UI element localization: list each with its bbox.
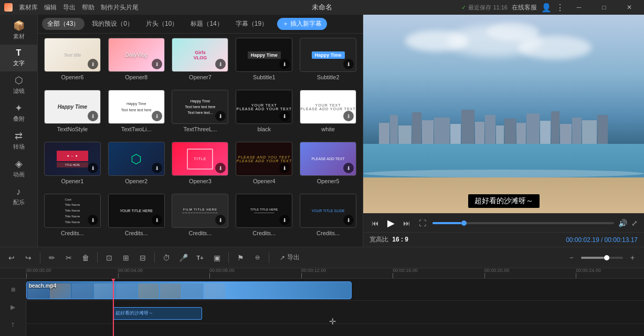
template-credits4[interactable]: TITLE TITLE HERE───────── ⬇ Credits... xyxy=(234,194,294,243)
template-opener3[interactable]: TITLE ⬇ Opener3 xyxy=(170,142,231,191)
sidebar-item-transition[interactable]: ⇄ 转场 xyxy=(0,127,37,155)
template-thumb-credits3[interactable]: FILM TITLE HERE───────────── ⬇ xyxy=(172,194,228,228)
close-button[interactable]: ✕ xyxy=(619,0,640,15)
sidebar-item-music[interactable]: ♪ 配乐 xyxy=(0,183,37,211)
track-icon-main[interactable]: ▶ xyxy=(1,299,25,316)
download-icon[interactable]: ⬇ xyxy=(215,111,226,121)
menu-edit[interactable]: 编辑 xyxy=(44,3,57,12)
download-icon[interactable]: ⬇ xyxy=(279,111,290,121)
progress-handle[interactable] xyxy=(461,220,467,226)
zoom-slider[interactable] xyxy=(581,257,623,259)
more-icon[interactable]: ⋮ xyxy=(556,3,564,13)
video-clip-beach[interactable]: beach.mp4 xyxy=(26,281,352,299)
template-thumb-subtitle1[interactable]: Happy Time ⬇ xyxy=(236,38,292,72)
download-icon[interactable]: ⬇ xyxy=(215,59,226,69)
download-icon[interactable]: ⬇ xyxy=(279,163,290,173)
pen-button[interactable]: ✏ xyxy=(45,250,59,265)
download-icon[interactable]: ⬇ xyxy=(88,163,98,173)
online-service[interactable]: 在线客服 xyxy=(512,3,537,12)
template-thumb-textnostyle[interactable]: Happy Time ⬇ xyxy=(44,90,101,124)
tab-opener[interactable]: 片头（10） xyxy=(141,18,183,30)
template-thumb-textthree[interactable]: Happy TimeText here text hereText here t… xyxy=(172,90,228,124)
volume-icon[interactable]: 🔊 xyxy=(618,219,627,227)
download-icon[interactable]: ⬇ xyxy=(343,163,354,173)
clock-button[interactable]: ⏱ xyxy=(159,250,174,265)
template-opener6[interactable]: Text title ⬇ Opener6 xyxy=(42,38,103,87)
template-subtitle1[interactable]: Happy Time ⬇ Subtitle1 xyxy=(234,38,294,87)
playhead[interactable] xyxy=(113,280,114,336)
redo-button[interactable]: ↪ xyxy=(21,250,36,265)
template-subtitle2[interactable]: Happy Time ⬇ Subtitle2 xyxy=(298,38,358,87)
undo-button[interactable]: ↩ xyxy=(4,250,19,265)
menu-export[interactable]: 导出 xyxy=(63,3,76,12)
tab-all[interactable]: 全部（43） xyxy=(42,18,85,30)
tab-mypreset[interactable]: 我的预设（0） xyxy=(87,18,139,30)
template-opener5[interactable]: PLEASE ADD TEXT ⬇ Opener5 xyxy=(298,142,358,191)
template-white[interactable]: YOUR TEXTPLEASE ADD YOUR TEXT ⬇ white xyxy=(298,90,358,139)
template-thumb-white[interactable]: YOUR TEXTPLEASE ADD YOUR TEXT ⬇ xyxy=(300,90,356,124)
maximize-button[interactable]: □ xyxy=(594,0,615,15)
menu-maker[interactable]: 制作片头片尾 xyxy=(101,3,139,12)
template-thumb-credits5[interactable]: YOUR TITLE SLIDE ⬇ xyxy=(300,194,356,228)
template-credits5[interactable]: YOUR TITLE SLIDE ⬇ Credits... xyxy=(298,194,358,243)
play-button[interactable]: ▶ xyxy=(385,216,397,230)
download-icon[interactable]: ⬇ xyxy=(152,163,162,173)
download-icon[interactable]: ⬇ xyxy=(343,59,354,69)
progress-bar[interactable] xyxy=(432,222,614,224)
template-texttwo[interactable]: Happy TimeText here text here ⬇ TextTwoL… xyxy=(106,90,167,139)
download-icon[interactable]: ⬇ xyxy=(215,163,226,173)
template-credits3[interactable]: FILM TITLE HERE───────────── ⬇ Credits..… xyxy=(170,194,231,243)
download-icon[interactable]: ⬇ xyxy=(343,215,354,225)
tab-subtitle[interactable]: 字幕（19） xyxy=(230,18,273,30)
template-thumb-texttwo[interactable]: Happy TimeText here text here ⬇ xyxy=(108,90,165,124)
user-icon[interactable]: 👤 xyxy=(541,3,552,13)
template-textthree[interactable]: Happy TimeText here text hereText here t… xyxy=(170,90,231,139)
download-icon[interactable]: ⬇ xyxy=(88,111,98,121)
template-thumb-opener3[interactable]: TITLE ⬇ xyxy=(172,142,228,176)
sidebar-item-material[interactable]: 📦 素材 xyxy=(0,17,37,45)
template-thumb-opener8[interactable]: DailyVlog ⬇ xyxy=(108,38,165,72)
tab-title[interactable]: 标题（14） xyxy=(185,18,228,30)
template-thumb-opener1[interactable]: ★ ─ ★ TITLE HERE ⬇ xyxy=(44,142,101,176)
mic-button[interactable]: 🎤 xyxy=(176,250,191,265)
subtitle-clip[interactable]: 超好看的沙滩呀～ xyxy=(113,307,202,320)
template-thumb-credits2[interactable]: YOUR TITLE HERE ⬇ xyxy=(108,194,165,228)
download-icon[interactable]: ⬇ xyxy=(88,59,98,69)
fullscreen-preview-button[interactable]: ⛶ xyxy=(417,218,428,228)
timeline-tracks[interactable]: beach.mp4 xyxy=(26,279,644,336)
insert-subtitle-button[interactable]: ＋ 插入新字幕 xyxy=(277,18,327,30)
download-icon[interactable]: ⬇ xyxy=(152,111,162,121)
template-opener8[interactable]: DailyVlog ⬇ Opener8 xyxy=(106,38,167,87)
download-icon[interactable]: ⬇ xyxy=(215,215,226,225)
mask-button[interactable]: ▣ xyxy=(209,250,224,265)
menu-material[interactable]: 素材库 xyxy=(19,3,38,12)
grid-button[interactable]: ⊞ xyxy=(119,250,133,265)
zoom-out-button[interactable]: － xyxy=(564,250,579,265)
zoom-in-button[interactable]: ＋ xyxy=(625,250,640,265)
sidebar-item-text[interactable]: T 文字 xyxy=(0,45,37,71)
download-icon[interactable]: ⬇ xyxy=(279,215,290,225)
text-effect-button[interactable]: T+ xyxy=(193,250,207,265)
export-button[interactable]: ↗ 导出 xyxy=(273,251,306,264)
template-thumb-opener2[interactable]: ⬡ ⬇ xyxy=(108,142,165,176)
template-opener1[interactable]: ★ ─ ★ TITLE HERE ⬇ Opener1 xyxy=(42,142,103,191)
sidebar-item-animation[interactable]: ◈ 动画 xyxy=(0,155,37,183)
menu-help[interactable]: 帮助 xyxy=(82,3,94,12)
delete-button[interactable]: 🗑 xyxy=(78,250,93,265)
skip-back-button[interactable]: ⏮ xyxy=(369,218,381,228)
template-thumb-credits4[interactable]: TITLE TITLE HERE───────── ⬇ xyxy=(236,194,292,228)
template-thumb-opener4[interactable]: PLEASE AND YOU TEXTPLEASE ADD YOUR TEXT … xyxy=(236,142,292,176)
track-icon-sub[interactable]: T xyxy=(1,317,25,333)
grid2-button[interactable]: ⊟ xyxy=(135,250,150,265)
cut-button[interactable]: ✂ xyxy=(61,250,76,265)
template-credits1[interactable]: CastTitle NameTitle NameTitle NameTitle … xyxy=(42,194,103,243)
download-icon[interactable]: ⬇ xyxy=(343,111,354,121)
sidebar-item-filter[interactable]: ⬡ 滤镜 xyxy=(0,71,37,99)
template-thumb-opener6[interactable]: Text title ⬇ xyxy=(44,38,101,72)
template-thumb-black[interactable]: YOUR TEXTPLEASE ADD YOUR TEXT ⬇ xyxy=(236,90,292,124)
minimize-button[interactable]: ─ xyxy=(568,0,589,15)
detach-audio-button[interactable]: ⊖ xyxy=(250,250,265,265)
flag-button[interactable]: ⚑ xyxy=(233,250,248,265)
template-opener4[interactable]: PLEASE AND YOU TEXTPLEASE ADD YOUR TEXT … xyxy=(234,142,294,191)
download-icon[interactable]: ⬇ xyxy=(88,215,98,225)
